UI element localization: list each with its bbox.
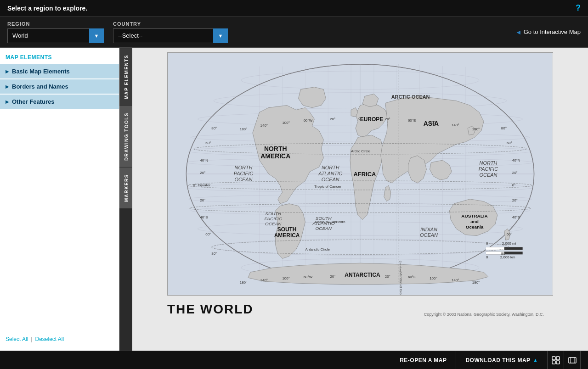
region-select[interactable]: WorldAfricaAsiaEuropeNorth AmericaSouth … <box>7 28 104 43</box>
country-select-wrapper: --Select-- <box>113 28 228 43</box>
svg-text:0°: 0° <box>512 183 516 187</box>
svg-rect-29 <box>486 247 504 250</box>
svg-text:20°: 20° <box>512 198 518 202</box>
triangle-icon: ▶ <box>6 84 9 89</box>
svg-text:60°: 60° <box>507 141 512 145</box>
country-label: COUNTRY <box>113 21 228 27</box>
svg-text:Arctic Circle: Arctic Circle <box>351 149 371 153</box>
svg-text:SOUTH: SOUTH <box>277 226 297 233</box>
country-control: COUNTRY --Select-- <box>113 21 228 43</box>
svg-text:180°: 180° <box>472 280 480 285</box>
svg-text:80°: 80° <box>501 126 507 130</box>
vtab-map-elements[interactable]: MAP ELEMENTS <box>119 48 132 106</box>
map-copyright: Copyright © 2003 National Geographic Soc… <box>424 312 544 317</box>
svg-text:140°: 140° <box>452 123 459 127</box>
sidebar-item-basic-map-elements[interactable]: ▶ Basic Map Elements <box>0 64 119 78</box>
svg-text:140°: 140° <box>260 123 268 128</box>
svg-text:2,000 km: 2,000 km <box>500 255 515 259</box>
world-map-svg: 0 2,000 mi 0 2,000 km NORTH PACIFIC OCEA… <box>168 53 553 295</box>
icon-button-1[interactable] <box>548 351 564 369</box>
svg-text:20°: 20° <box>385 117 390 121</box>
go-to-interactive-map-button[interactable]: ◄ Go to Interactive Map <box>515 28 581 36</box>
svg-text:0°: 0° <box>358 274 362 278</box>
vtab-markers[interactable]: MARKERS <box>119 167 132 208</box>
sidebar-item-borders-and-names[interactable]: ▶ Borders and Names <box>0 79 119 94</box>
svg-text:60°W: 60°W <box>304 118 313 123</box>
svg-text:OCEAN: OCEAN <box>479 172 497 178</box>
country-select[interactable]: --Select-- <box>113 28 228 43</box>
svg-text:Tropic of Capricorn: Tropic of Capricorn <box>314 220 345 224</box>
svg-text:NORTH: NORTH <box>322 165 339 170</box>
svg-text:Antarctic Circle: Antarctic Circle <box>305 247 330 252</box>
sidebar-item-label: Borders and Names <box>12 83 68 90</box>
icon-button-2[interactable] <box>564 351 581 369</box>
svg-text:AUSTRALIA: AUSTRALIA <box>461 213 488 218</box>
region-control: REGION WorldAfricaAsiaEuropeNorth Americ… <box>7 21 104 43</box>
app-header: Select a region to explore. ? <box>0 0 588 17</box>
sidebar-item-label: Other Features <box>12 98 54 105</box>
svg-text:20°: 20° <box>512 171 518 175</box>
svg-rect-118 <box>552 361 555 364</box>
svg-text:60°: 60° <box>205 141 211 145</box>
svg-text:NORTH: NORTH <box>480 160 498 166</box>
controls-bar: REGION WorldAfricaAsiaEuropeNorth Americ… <box>0 17 588 48</box>
svg-text:AMERICA: AMERICA <box>274 232 300 239</box>
svg-text:NORTH: NORTH <box>264 145 287 152</box>
svg-text:40°S: 40°S <box>512 215 520 219</box>
svg-text:PACIFIC: PACIFIC <box>264 216 282 221</box>
svg-text:Oceania: Oceania <box>466 224 484 229</box>
main-content: MAP ELEMENTS ▶ Basic Map Elements ▶ Bord… <box>0 48 588 351</box>
svg-rect-120 <box>569 358 576 363</box>
svg-text:0: 0 <box>486 241 488 246</box>
svg-text:140°: 140° <box>260 278 268 282</box>
svg-text:100°: 100° <box>430 276 437 280</box>
svg-text:60°: 60° <box>507 232 512 236</box>
svg-text:60°E: 60°E <box>408 275 416 279</box>
svg-text:OCEAN: OCEAN <box>322 177 339 182</box>
download-map-button[interactable]: DOWNLOAD THIS MAP ▲ <box>456 351 548 369</box>
svg-text:80°: 80° <box>211 126 217 130</box>
svg-text:20°: 20° <box>200 198 205 202</box>
svg-text:INDIAN: INDIAN <box>420 227 437 232</box>
svg-text:(London): (London) <box>399 261 402 272</box>
svg-text:100°: 100° <box>282 276 289 280</box>
reopen-map-button[interactable]: RE-OPEN A MAP <box>390 351 456 369</box>
sidebar-footer: Select All | Deselect All <box>0 332 119 346</box>
svg-text:ANTARCTICA: ANTARCTICA <box>345 272 380 278</box>
sidebar-item-other-features[interactable]: ▶ Other Features <box>0 95 119 109</box>
svg-text:20°: 20° <box>330 274 335 279</box>
map-area: 0 2,000 mi 0 2,000 km NORTH PACIFIC OCEA… <box>132 48 588 351</box>
svg-text:80°: 80° <box>211 252 217 256</box>
svg-text:Meridian of Greenwich: Meridian of Greenwich <box>399 272 402 295</box>
map-elements-title: MAP ELEMENTS <box>0 52 119 64</box>
svg-text:20°: 20° <box>200 171 205 175</box>
svg-text:140°: 140° <box>452 278 459 282</box>
svg-text:EUROPE: EUROPE <box>360 116 383 123</box>
svg-rect-116 <box>552 357 555 360</box>
vtab-drawing-tools[interactable]: DRAWING TOOLS <box>119 106 132 167</box>
svg-text:ARCTIC OCEAN: ARCTIC OCEAN <box>391 94 430 100</box>
svg-text:20°: 20° <box>385 274 390 279</box>
header-title: Select a region to explore. <box>7 5 87 12</box>
arrow-left-icon: ◄ <box>515 28 522 36</box>
svg-text:OCEAN: OCEAN <box>316 226 332 231</box>
svg-text:and: and <box>470 219 479 224</box>
svg-text:OCEAN: OCEAN <box>420 232 438 238</box>
triangle-icon: ▶ <box>6 69 9 74</box>
map-title: THE WORLD <box>167 302 254 317</box>
triangle-icon: ▶ <box>6 99 9 104</box>
svg-text:PACIFIC: PACIFIC <box>234 171 253 176</box>
select-all-link[interactable]: Select All <box>6 336 28 342</box>
svg-text:SOUTH: SOUTH <box>265 211 282 216</box>
svg-text:60°W: 60°W <box>304 275 313 279</box>
svg-text:Tropic of Cancer: Tropic of Cancer <box>314 184 341 189</box>
svg-text:NORTH: NORTH <box>235 165 253 170</box>
deselect-all-link[interactable]: Deselect All <box>35 336 64 342</box>
svg-text:40°N: 40°N <box>512 158 520 162</box>
svg-text:20°: 20° <box>330 117 335 121</box>
svg-text:40°S: 40°S <box>200 215 208 219</box>
svg-text:2,000 mi: 2,000 mi <box>502 241 516 246</box>
svg-rect-119 <box>556 361 560 364</box>
svg-text:180°: 180° <box>240 280 247 285</box>
help-icon[interactable]: ? <box>576 3 581 13</box>
